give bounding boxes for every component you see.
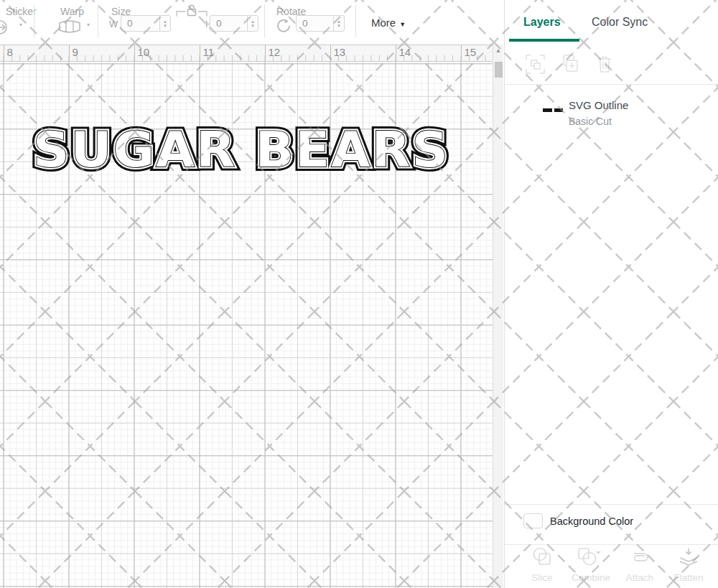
duplicate-icon[interactable] [561, 55, 579, 73]
toolbar-divider [264, 4, 265, 37]
height-input-group: 0 ▲ ▼ [210, 15, 258, 32]
background-color-swatch[interactable] [523, 513, 543, 528]
width-stepper[interactable]: ▲ ▼ [159, 16, 170, 31]
ruler-mark: 11 [200, 45, 265, 61]
height-stepper[interactable]: ▲ ▼ [247, 16, 258, 31]
layer-thumbnail [543, 108, 552, 112]
ruler-number: 9 [73, 46, 134, 58]
layers-panel: Layers Color Sync SVG Outline Basic Cut [504, 0, 718, 588]
rotate-stepper[interactable]: ▲ ▼ [333, 16, 344, 31]
toolbar-divider [98, 4, 98, 37]
attach-label: Attach [617, 572, 663, 583]
delete-icon[interactable] [596, 55, 613, 74]
background-color-label: Background Color [550, 515, 633, 527]
width-input[interactable]: 0 [121, 16, 159, 31]
flatten-button[interactable]: Flatten [666, 547, 712, 583]
wordmark-object[interactable]: SUGAR BEARS SUGAR BEARS SUGAR BEARS [26, 123, 457, 175]
ruler-mark: 15 [461, 45, 493, 61]
attach-button[interactable]: Attach [617, 547, 663, 583]
wordmark-text: SUGAR BEARS [33, 121, 449, 178]
ruler-number: 8 [7, 46, 69, 58]
layer-title: SVG Outline [569, 99, 628, 111]
stepper-down-icon[interactable]: ▼ [163, 24, 167, 28]
sticker-dropdown-icon[interactable]: ▾ [19, 22, 22, 28]
sticker-offset-icon[interactable] [0, 17, 13, 37]
ruler-number: 13 [334, 46, 396, 58]
ruler-number: 12 [269, 46, 330, 58]
toolbar-divider [355, 4, 356, 37]
more-button[interactable]: More▼ [371, 17, 406, 29]
combine-button[interactable]: Combine [568, 547, 614, 583]
attach-icon [628, 547, 652, 566]
ruler-number: 15 [465, 46, 493, 58]
app-window: Sticker ▾ Warp ▾ Size W 0 ▲ ▼ H [0, 0, 718, 588]
panel-divider [505, 504, 718, 505]
panel-divider [505, 84, 718, 85]
tab-layers[interactable]: Layers [523, 16, 561, 29]
ruler-mark: 13 [330, 45, 396, 61]
scrollbar-thumb[interactable] [495, 62, 503, 78]
flatten-label: Flatten [666, 572, 712, 583]
layer-cut-type: Basic Cut [569, 116, 612, 127]
panel-divider [505, 544, 718, 545]
slice-label: Slice [519, 572, 565, 583]
ruler-mark: 10 [134, 45, 200, 61]
stepper-down-icon[interactable]: ▼ [251, 24, 255, 28]
ruler-number: 11 [203, 46, 265, 58]
layer-row[interactable]: SVG Outline Basic Cut [505, 93, 718, 135]
rotate-icon[interactable] [275, 17, 294, 34]
rotate-input-group: 0 ▲ ▼ [296, 15, 345, 32]
combine-label: Combine [568, 572, 614, 583]
layer-thumbnail [554, 108, 563, 112]
combine-icon [577, 547, 605, 566]
rotate-input[interactable]: 0 [297, 16, 333, 31]
ruler-mark: 12 [265, 45, 330, 61]
height-input[interactable]: 0 [210, 16, 247, 31]
size-lock-icon[interactable] [175, 2, 208, 18]
warp-section-label: Warp [60, 6, 84, 17]
ruler-mark: 14 [396, 45, 461, 61]
design-canvas[interactable]: SUGAR BEARS SUGAR BEARS SUGAR BEARS [0, 62, 493, 588]
width-input-group: 0 ▲ ▼ [121, 15, 171, 32]
flatten-icon [678, 547, 699, 566]
scroll-up-icon[interactable]: ▲ [493, 47, 503, 54]
more-button-label: More [371, 17, 396, 29]
toolbar-divider [34, 4, 34, 37]
vertical-scrollbar[interactable]: ▲ [493, 45, 503, 588]
group-icon[interactable] [526, 55, 545, 74]
active-tab-underline [509, 39, 579, 42]
stepper-down-icon[interactable]: ▼ [337, 24, 341, 28]
ruler-number: 10 [138, 46, 200, 58]
width-label: W [109, 19, 118, 29]
warp-icon[interactable] [57, 19, 83, 34]
ruler-number: 14 [399, 46, 461, 58]
slice-icon [531, 547, 554, 566]
tab-color-sync[interactable]: Color Sync [592, 16, 648, 29]
ruler-mark: 8 [4, 45, 69, 61]
ruler-mark: 9 [69, 45, 134, 61]
more-dropdown-icon: ▼ [399, 21, 406, 28]
horizontal-ruler: 8 9 10 11 12 13 14 15 [0, 45, 493, 62]
warp-dropdown-icon[interactable]: ▾ [87, 22, 90, 28]
sticker-section-label: Sticker [6, 6, 37, 17]
slice-button[interactable]: Slice [519, 547, 565, 583]
